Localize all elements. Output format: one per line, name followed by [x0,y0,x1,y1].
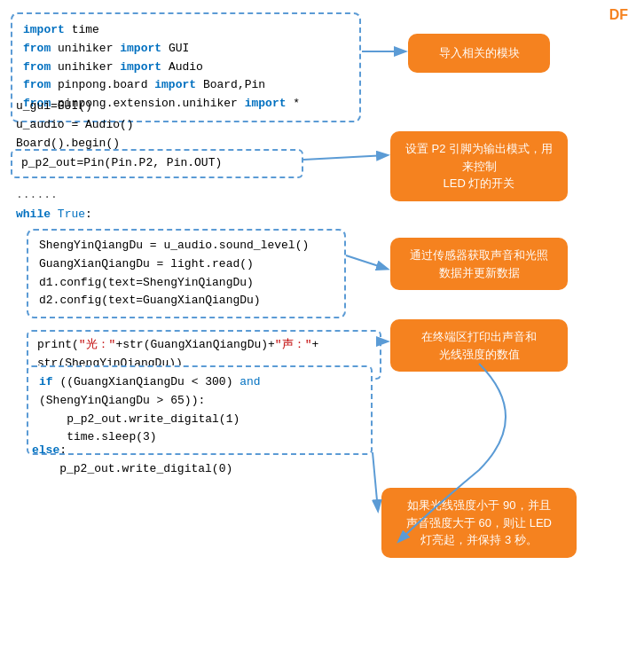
svg-line-3 [303,155,387,160]
svg-line-4 [346,255,387,269]
df-label: DF [609,7,628,23]
code-setup: u_gui=GUI() u_audio = Audio() Board().be… [16,98,134,153]
annot-pin: 设置 P2 引脚为输出模式，用来控制 LED 灯的开关 [390,131,568,201]
annot-print: 在终端区打印出声音和 光线强度的数值 [390,319,568,372]
code-p2-box: p_p2_out=Pin(Pin.P2, Pin.OUT) [11,149,303,178]
code-dots: ...... [16,186,58,205]
annot-import: 导入相关的模块 [408,34,550,73]
code-while: while True: [16,206,92,224]
svg-line-6 [373,452,378,510]
code-sensor-box: ShengYinQiangDu = u_audio.sound_level() … [27,229,346,318]
annot-if: 如果光线强度小于 90，并且 声音强度大于 60，则让 LED 灯亮起，并保持 … [381,488,577,558]
code-else: else: p_p2_out.write_digital(0) [32,442,232,479]
annot-sensor: 通过传感器获取声音和光照 数据并更新数据 [390,238,568,290]
